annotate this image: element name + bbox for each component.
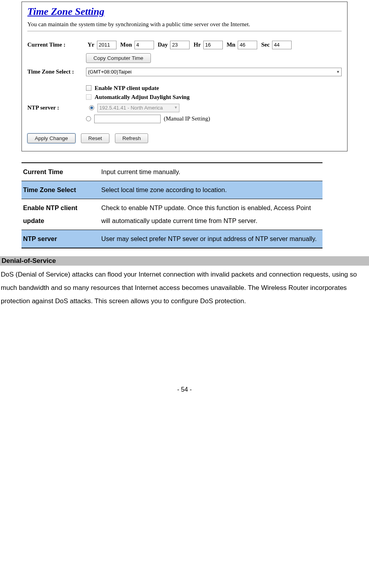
sec-label: Sec [261,41,270,48]
dos-section-body: DoS (Denial of Service) attacks can floo… [1,268,368,308]
yr-label: Yr [88,41,95,48]
timezone-select-row: Time Zone Select : [27,68,342,76]
divider [27,31,342,31]
ntp-manual-input[interactable] [94,115,161,123]
auto-dst-checkbox[interactable] [86,94,91,100]
panel-description: You can maintain the system time by sync… [27,21,342,29]
table-row: Enable NTP client update Check to enable… [21,199,322,230]
ntp-server-label: NTP server : [27,104,86,111]
table-row: NTP server User may select prefer NTP se… [21,230,322,248]
auto-dst-row: Automatically Adjust Daylight Saving [86,94,342,101]
enable-ntp-label: Enable NTP client update [95,85,159,92]
table-value: Check to enable NTP update. Once this fu… [100,199,322,230]
sec-input[interactable] [272,41,292,49]
mn-input[interactable] [238,41,257,49]
table-value: User may select prefer NTP sever or inpu… [100,230,322,248]
manual-ip-label: (Manual IP Setting) [164,115,210,122]
mon-input[interactable] [134,41,154,49]
yr-input[interactable] [97,41,116,49]
mon-label: Mon [120,41,132,48]
current-time-row: Current Time : Yr Mon Day Hr Mn Sec [27,41,342,49]
enable-ntp-row: Enable NTP client update [86,85,342,92]
mn-label: Mn [227,41,236,48]
current-time-label: Current Time : [27,41,86,48]
ntp-preset-radio[interactable] [89,105,94,110]
day-label: Day [158,41,168,48]
hr-input[interactable] [203,41,223,49]
panel-title: Time Zone Setting [27,6,342,18]
timezone-select[interactable] [86,68,342,76]
copy-computer-time-button[interactable]: Copy Computer Time [86,53,151,63]
table-value: Input current time manually. [100,163,322,181]
field-description-table: Current Time Input current time manually… [21,162,322,248]
table-key: Current Time [21,163,100,181]
table-value: Select local time zone according to loca… [100,181,322,199]
hr-label: Hr [193,41,201,48]
table-key: Time Zone Select [21,181,100,199]
auto-dst-label: Automatically Adjust Daylight Saving [95,94,190,101]
page-number: - 54 - [0,386,369,393]
ntp-manual-row: (Manual IP Setting) [86,115,342,123]
apply-change-button[interactable]: Apply Change [27,133,75,143]
ntp-manual-radio[interactable] [86,116,91,121]
timezone-settings-panel: Time Zone Setting You can maintain the s… [21,2,348,151]
reset-button[interactable]: Reset [81,133,109,143]
timezone-select-label: Time Zone Select : [27,68,86,75]
table-row: Time Zone Select Select local time zone … [21,181,322,199]
ntp-server-select[interactable] [97,104,179,112]
table-key: NTP server [21,230,100,248]
table-row: Current Time Input current time manually… [21,163,322,181]
ntp-server-row: NTP server : [27,104,342,112]
enable-ntp-checkbox[interactable] [86,85,91,91]
day-input[interactable] [170,41,190,49]
refresh-button[interactable]: Refresh [115,133,148,143]
dos-section-heading: Denial-of-Service [0,256,369,266]
table-key: Enable NTP client update [21,199,100,230]
